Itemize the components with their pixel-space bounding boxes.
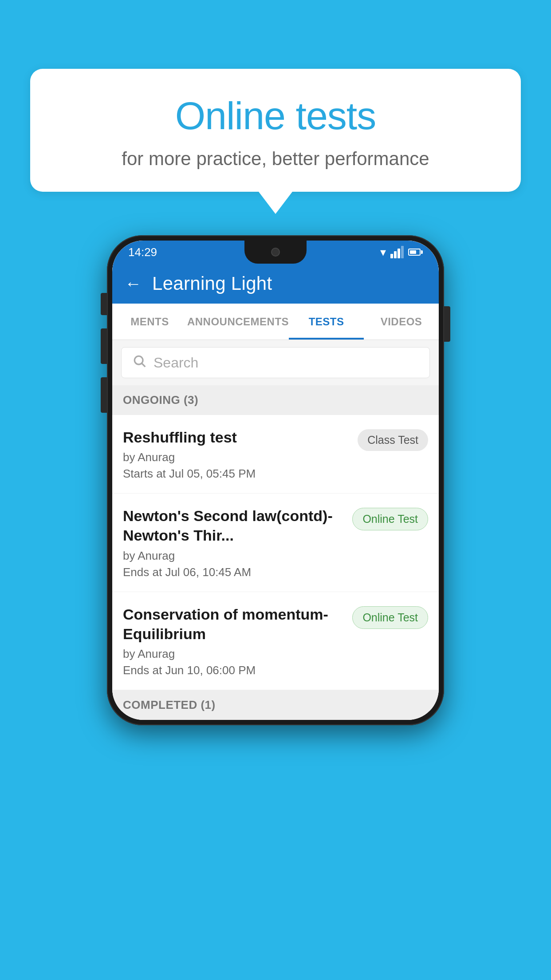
test-badge-2: Online Test bbox=[352, 508, 428, 530]
test-item-1[interactable]: Reshuffling test by Anurag Starts at Jul… bbox=[112, 415, 439, 494]
ongoing-section-header: ONGOING (3) bbox=[112, 385, 439, 415]
volume-down-button bbox=[101, 377, 107, 413]
bubble-title: Online tests bbox=[57, 93, 494, 138]
app-title: Learning Light bbox=[152, 273, 272, 294]
test-item-2[interactable]: Newton's Second law(contd)-Newton's Thir… bbox=[112, 494, 439, 592]
completed-section-header: COMPLETED (1) bbox=[112, 690, 439, 720]
speech-bubble-container: Online tests for more practice, better p… bbox=[30, 69, 521, 214]
test-author-1: by Anurag bbox=[123, 450, 350, 464]
phone-mockup: 14:29 ▾ bbox=[107, 235, 444, 725]
volume-up-button bbox=[101, 328, 107, 364]
test-date-1: Starts at Jul 05, 05:45 PM bbox=[123, 467, 350, 481]
speech-bubble: Online tests for more practice, better p… bbox=[30, 69, 521, 192]
test-author-2: by Anurag bbox=[123, 549, 345, 563]
status-bar: 14:29 ▾ bbox=[112, 241, 439, 264]
tabs-bar: MENTS ANNOUNCEMENTS TESTS VIDEOS bbox=[112, 304, 439, 340]
test-author-3: by Anurag bbox=[123, 647, 345, 661]
signal-icon bbox=[390, 246, 404, 258]
power-button bbox=[444, 306, 450, 342]
phone-notch bbox=[244, 241, 307, 264]
svg-point-0 bbox=[134, 356, 143, 364]
battery-icon bbox=[408, 249, 423, 256]
wifi-icon: ▾ bbox=[380, 245, 386, 259]
back-button[interactable]: ← bbox=[125, 274, 142, 293]
test-badge-3: Online Test bbox=[352, 606, 428, 629]
test-date-3: Ends at Jun 10, 06:00 PM bbox=[123, 664, 345, 677]
bubble-arrow bbox=[259, 192, 292, 214]
test-title-3: Conservation of momentum-Equilibrium bbox=[123, 605, 345, 644]
phone-outer: 14:29 ▾ bbox=[107, 235, 444, 725]
front-camera bbox=[271, 248, 280, 257]
test-list: Reshuffling test by Anurag Starts at Jul… bbox=[112, 415, 439, 690]
test-item-3[interactable]: Conservation of momentum-Equilibrium by … bbox=[112, 592, 439, 690]
search-icon bbox=[132, 354, 146, 371]
test-title-2: Newton's Second law(contd)-Newton's Thir… bbox=[123, 506, 345, 545]
test-date-2: Ends at Jul 06, 10:45 AM bbox=[123, 565, 345, 579]
tab-announcements[interactable]: ANNOUNCEMENTS bbox=[187, 304, 289, 340]
status-icons: ▾ bbox=[380, 245, 423, 259]
mute-button bbox=[101, 293, 107, 315]
search-container: Search bbox=[112, 340, 439, 385]
search-bar[interactable]: Search bbox=[121, 347, 430, 378]
test-info-3: Conservation of momentum-Equilibrium by … bbox=[123, 605, 345, 677]
app-bar: ← Learning Light bbox=[112, 264, 439, 304]
test-title-1: Reshuffling test bbox=[123, 427, 350, 447]
phone-screen: 14:29 ▾ bbox=[112, 241, 439, 720]
tab-tests[interactable]: TESTS bbox=[289, 304, 364, 340]
status-time: 14:29 bbox=[128, 245, 157, 259]
bubble-subtitle: for more practice, better performance bbox=[57, 148, 494, 170]
test-info-2: Newton's Second law(contd)-Newton's Thir… bbox=[123, 506, 345, 579]
svg-line-1 bbox=[142, 364, 145, 367]
test-badge-1: Class Test bbox=[358, 429, 428, 451]
tab-ments[interactable]: MENTS bbox=[112, 304, 187, 340]
tab-videos[interactable]: VIDEOS bbox=[364, 304, 439, 340]
search-placeholder: Search bbox=[153, 355, 198, 371]
test-info-1: Reshuffling test by Anurag Starts at Jul… bbox=[123, 427, 350, 481]
